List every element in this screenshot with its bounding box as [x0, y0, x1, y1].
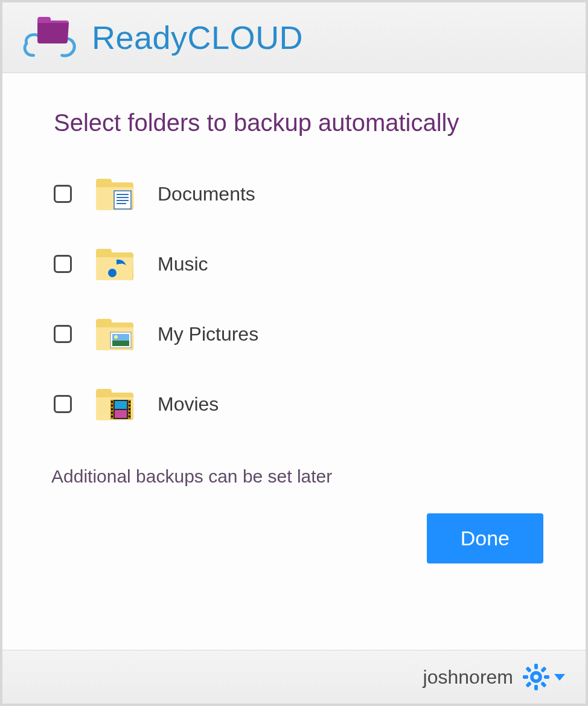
checkbox-pictures[interactable]: [54, 325, 72, 343]
folder-row-movies: Movies: [54, 387, 543, 422]
movies-folder-icon: [95, 387, 135, 422]
svg-rect-21: [129, 416, 130, 417]
svg-rect-7: [112, 341, 129, 346]
svg-rect-18: [129, 405, 130, 406]
svg-rect-20: [129, 412, 130, 414]
checkbox-movies[interactable]: [54, 395, 72, 413]
svg-rect-19: [129, 408, 130, 410]
button-row: Done: [54, 513, 543, 563]
checkbox-documents[interactable]: [54, 185, 72, 203]
svg-rect-30: [525, 681, 532, 688]
folder-purple-icon: [36, 17, 69, 43]
main-content: Select folders to backup automatically: [2, 73, 586, 650]
svg-rect-15: [111, 412, 113, 414]
svg-rect-29: [540, 666, 547, 673]
svg-rect-17: [129, 401, 130, 403]
folder-label: My Pictures: [158, 323, 258, 345]
page-heading: Select folders to backup automatically: [54, 109, 543, 136]
checkbox-music[interactable]: [54, 255, 72, 273]
svg-rect-22: [115, 401, 127, 409]
folder-list: Documents Music: [54, 176, 543, 422]
app-header: ReadyCLOUD: [2, 2, 586, 73]
pictures-folder-icon: [95, 316, 135, 351]
username-label: joshnorem: [423, 666, 513, 688]
folder-row-documents: Documents: [54, 176, 543, 211]
chevron-down-icon: [554, 674, 565, 681]
additional-note: Additional backups can be set later: [51, 466, 543, 487]
app-logo: [24, 13, 77, 62]
folder-label: Music: [158, 253, 208, 275]
svg-rect-28: [544, 675, 549, 679]
app-footer: joshnorem: [2, 650, 586, 704]
svg-point-24: [532, 673, 540, 681]
app-window: ReadyCLOUD Select folders to backup auto…: [0, 0, 588, 706]
svg-rect-13: [111, 405, 113, 406]
folder-label: Movies: [158, 393, 219, 416]
music-folder-icon: [95, 246, 135, 281]
svg-rect-32: [540, 681, 547, 688]
svg-rect-14: [111, 408, 113, 410]
svg-rect-27: [523, 675, 528, 679]
done-button[interactable]: Done: [427, 513, 543, 563]
svg-rect-16: [111, 416, 113, 417]
svg-rect-23: [115, 410, 127, 418]
svg-rect-12: [111, 401, 113, 403]
folder-row-pictures: My Pictures: [54, 316, 543, 351]
folder-row-music: Music: [54, 246, 543, 281]
app-title: ReadyCLOUD: [92, 19, 303, 56]
svg-point-8: [114, 335, 118, 339]
svg-rect-25: [534, 664, 538, 669]
folder-label: Documents: [158, 183, 255, 205]
settings-menu-button[interactable]: [523, 664, 565, 690]
svg-rect-26: [534, 685, 538, 690]
svg-rect-31: [525, 666, 532, 673]
documents-folder-icon: [95, 176, 135, 211]
gear-icon: [523, 664, 549, 690]
